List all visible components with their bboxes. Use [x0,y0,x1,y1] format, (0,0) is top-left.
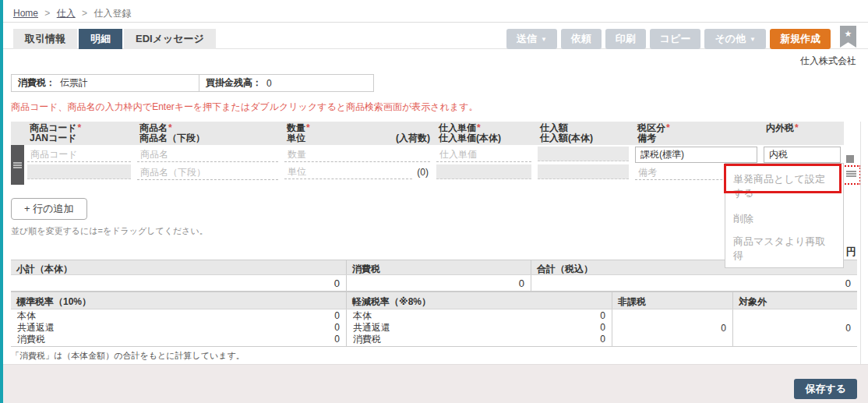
tax-value: 0 [346,275,531,291]
exempt-value: 0 [612,309,732,346]
subtotal-header: 小計（本体） [11,260,346,274]
product-name2-input[interactable] [137,165,278,180]
tax-breakdown-table: 標準税率（10%） 軽減税率（※8%） 非課税 対象外 本体0 共通返還0 消費… [11,292,857,347]
required-mark: * [795,122,799,133]
amount-body-readonly-field [538,164,629,179]
left-accent-bar [0,0,3,403]
footer-bar [3,364,868,403]
payable-balance-cell: 買掛金残高： 0 [199,75,278,91]
print-button[interactable]: 印刷 [605,29,646,49]
header-handle-spacer [11,122,24,145]
payable-balance-value: 0 [266,78,272,89]
breadcrumb-separator: > [82,8,87,19]
tax-balance-box: 消費税： 伝票計 買掛金残高： 0 [11,74,374,92]
amount-readonly-field [538,147,629,161]
tax-mode-cell: 消費税： 伝票計 [12,75,199,91]
header-tax-type: 内外税* [760,122,844,145]
purchase-entry-page: Home > 仕入 > 仕入登録 取引情報 明細 EDIメッセージ 送信▼ 依頼… [0,0,868,403]
menu-item-refetch-master[interactable]: 商品マスタより再取得 [725,231,843,267]
item-table: 商品コード* JANコード 商品名* 商品名（下段） 数量* 単位(入荷数) 仕… [11,122,844,185]
totals-value-row: 0 0 0 [11,275,857,292]
header-unit-price: 仕入単価* 仕入単価(本体) [433,122,535,145]
create-new-button[interactable]: 新規作成 [770,29,831,49]
standard-rate-cell: 本体0 共通返還0 消費税0 [11,309,346,346]
breadcrumb-separator: > [44,8,50,19]
bookmark-star-icon[interactable]: ★ [840,26,856,48]
add-row-button[interactable]: + 行の追加 [11,198,87,220]
tab-edi-message[interactable]: EDIメッセージ [124,29,216,49]
header-tax-class: 税区分* 備考 [632,122,760,145]
tax-class-select[interactable]: 課税(標準) [635,147,757,163]
reduced-rate-cell: 本体0 共通返還0 消費税0 [346,309,612,346]
unit-input[interactable] [284,164,412,179]
payable-balance-label: 買掛金残高： [206,76,262,90]
chevron-down-icon: ▼ [541,36,547,43]
item-table-header: 商品コード* JANコード 商品名* 商品名（下段） 数量* 単位(入荷数) 仕… [11,122,844,145]
row-menu-square-icon[interactable] [846,155,854,163]
tax-calc-footnote: 「消費税」は（本体金額）の合計をもとに計算しています。 [11,350,245,362]
required-mark: * [666,122,670,133]
item-row-lower: (0) [11,163,844,185]
out-of-scope-value: 0 [732,309,857,346]
tax-type-select[interactable]: 内税 [764,147,841,163]
annotation-red-dotted-box [842,165,861,185]
toolbar: 送信▼ 依頼 印刷 コピー その他▼ 新規作成 [506,29,831,49]
tax-breakdown-body: 本体0 共通返還0 消費税0 本体0 共通返還0 消費税0 0 0 [11,309,857,347]
other-button[interactable]: その他▼ [704,29,766,49]
breadcrumb-home-link[interactable]: Home [13,8,38,19]
item-row-upper: 課税(標準) 内税 [11,145,844,163]
header-product-code: 商品コード* JANコード [24,122,134,145]
content-right-border [860,122,861,364]
search-hint-notice: 商品コード、商品名の入力枠内でEnterキーを押下またはダブルクリックすると商品… [11,101,478,114]
tax-mode-label: 消費税： [18,76,55,90]
tab-trade-info[interactable]: 取引情報 [13,29,77,49]
unit-price-body-readonly-field [436,164,531,179]
arrival-qty-value: (0) [412,164,430,178]
reorder-drag-hint: 並び順を変更するには=をドラッグしてください。 [11,225,208,237]
total-value: 0 [531,275,857,291]
header-divider [3,22,868,23]
row-drag-handle[interactable] [11,145,24,185]
required-mark: * [168,122,172,133]
tax-breakdown-header-row: 標準税率（10%） 軽減税率（※8%） 非課税 対象外 [11,292,857,309]
reduced-rate-header: 軽減税率（※8%） [346,292,612,309]
breadcrumb-current: 仕入登録 [94,8,131,19]
copy-button[interactable]: コピー [650,29,701,49]
tax-header: 消費税 [346,260,531,274]
tab-detail[interactable]: 明細 [79,29,122,49]
tab-bar: 取引情報 明細 EDIメッセージ [13,29,216,49]
drag-handle-icon [13,161,22,169]
request-button[interactable]: 依頼 [561,29,602,49]
breadcrumb: Home > 仕入 > 仕入登録 [13,7,131,20]
standard-rate-header: 標準税率（10%） [11,292,346,309]
quantity-input[interactable] [284,147,430,162]
product-code-input[interactable] [27,147,131,162]
save-button[interactable]: 保存する [794,379,857,399]
header-amount: 仕入額 仕入額(本体) [535,122,632,145]
header-product-name: 商品名* 商品名（下段） [134,122,281,145]
send-button[interactable]: 送信▼ [506,29,557,49]
company-name: 仕入株式会社 [800,55,856,68]
out-of-scope-header: 対象外 [732,292,857,309]
required-mark: * [78,122,82,133]
product-name-input[interactable] [137,147,278,162]
unit-price-input[interactable] [436,147,531,162]
exempt-header: 非課税 [612,292,732,309]
menu-item-delete[interactable]: 削除 [725,208,843,231]
jan-code-readonly-field [27,164,131,179]
header-quantity: 数量* 単位(入荷数) [281,122,433,145]
annotation-red-solid-box [724,164,842,193]
chevron-down-icon: ▼ [750,36,756,43]
required-mark: * [477,122,481,133]
tax-mode-value: 伝票計 [60,76,88,90]
required-mark: * [306,122,310,133]
subtotal-value: 0 [11,275,346,291]
breadcrumb-section-link[interactable]: 仕入 [57,8,76,19]
